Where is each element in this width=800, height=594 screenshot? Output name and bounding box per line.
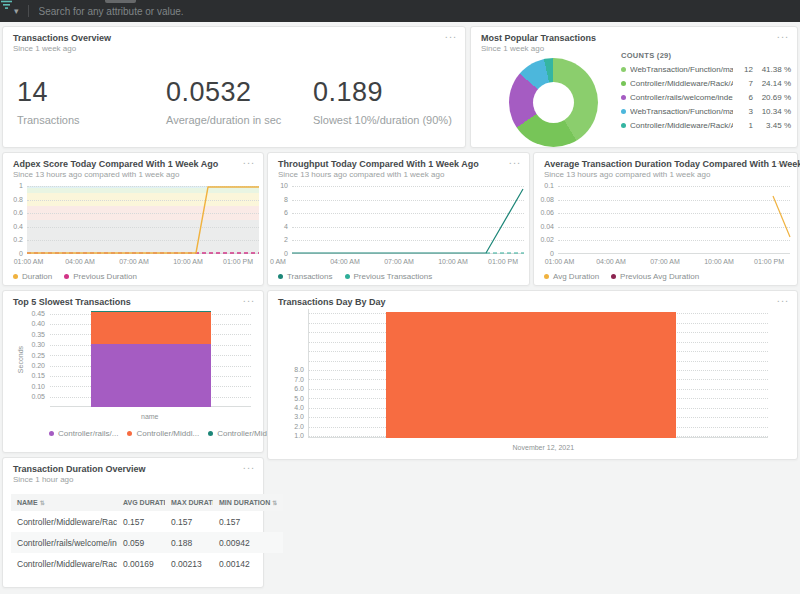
legend-label: Avg Duration bbox=[553, 272, 599, 281]
chart-legend: Avg Duration Previous Avg Duration bbox=[544, 272, 699, 281]
apdex-lines[interactable] bbox=[27, 186, 259, 254]
y-tick: 0 bbox=[270, 250, 288, 257]
panel-subtitle: Since 13 hours ago compared with 1 week … bbox=[13, 170, 179, 179]
bar-segment-orange[interactable] bbox=[91, 312, 211, 345]
panel-title: Throughput Today Compared With 1 Week Ag… bbox=[278, 159, 479, 169]
y-tick: 0.08 bbox=[536, 196, 554, 203]
donut-legend-item[interactable]: WebTransaction/Function/main:root 12 41.… bbox=[621, 63, 791, 75]
panel-menu-button[interactable]: ... bbox=[243, 153, 255, 167]
x-tick: 07:00 AM bbox=[384, 258, 414, 265]
y-tick: 1.0 bbox=[286, 432, 304, 439]
legend-name: Controller/rails/welcome/index bbox=[630, 93, 733, 102]
duration-line bbox=[27, 187, 259, 253]
legend-item[interactable]: Previous Duration bbox=[64, 272, 137, 281]
tab-notch bbox=[105, 0, 136, 3]
panel-subtitle: Since 13 hours ago compared with 1 week … bbox=[278, 170, 444, 179]
legend-item[interactable]: Controller/Middl... bbox=[127, 429, 199, 438]
legend-item[interactable]: Previous Transactions bbox=[345, 272, 433, 281]
y-axis-line bbox=[308, 309, 309, 438]
table-header-row: NAME⇅ AVG DURATION⇅ MAX DURATION⇅ MIN DU… bbox=[11, 494, 283, 511]
day-bar[interactable] bbox=[386, 312, 676, 438]
y-tick: 0.10 bbox=[27, 383, 45, 390]
throughput-lines[interactable] bbox=[292, 186, 524, 254]
table-row[interactable]: Controller/rails/welcome/index 0.059 0.1… bbox=[11, 532, 283, 553]
column-header-avg-duration[interactable]: AVG DURATION⇅ bbox=[117, 499, 165, 506]
legend-label: Transactions bbox=[287, 272, 333, 281]
panel-subtitle: Since 13 hours ago compared with 1 week … bbox=[544, 170, 710, 179]
legend-dot bbox=[64, 274, 69, 279]
legend-item[interactable]: Transactions bbox=[278, 272, 333, 281]
panel-subtitle: Since 1 hour ago bbox=[13, 475, 74, 484]
avg-duration-lines[interactable] bbox=[558, 186, 790, 254]
legend-count: 6 bbox=[737, 93, 753, 102]
panel-menu-button[interactable]: ... bbox=[445, 27, 457, 41]
panel-apdex-score: Adpex Score Today Compared With 1 Week A… bbox=[2, 152, 264, 286]
search-input[interactable] bbox=[37, 5, 441, 18]
y-tick: 0.1 bbox=[536, 182, 554, 189]
legend-dot bbox=[544, 274, 549, 279]
cell-avg: 0.00169 bbox=[117, 559, 165, 569]
panel-title: Most Popular Transactions bbox=[481, 33, 596, 43]
column-header-max-duration[interactable]: MAX DURATION⇅ bbox=[165, 499, 213, 506]
legend-item[interactable]: Previous Avg Duration bbox=[611, 272, 699, 281]
panel-menu-button[interactable]: ... bbox=[777, 27, 789, 41]
donut-legend-item[interactable]: WebTransaction/Function/main:feedpa... 3… bbox=[621, 105, 791, 117]
y-tick: 0.45 bbox=[27, 310, 45, 317]
panel-transactions-overview: Transactions Overview Since 1 week ago .… bbox=[2, 26, 466, 148]
chevron-down-icon[interactable]: ▾ bbox=[14, 6, 19, 16]
donut-legend-item[interactable]: Controller/rails/welcome/index 6 20.69 % bbox=[621, 91, 791, 103]
panel-title: Transaction Duration Overview bbox=[13, 464, 146, 474]
donut-legend-item[interactable]: Controller/Middleware/Rack/ActionDis... … bbox=[621, 119, 791, 131]
x-axis-label: name bbox=[141, 413, 159, 420]
panel-menu-button[interactable]: ... bbox=[509, 153, 521, 167]
legend-pct: 10.34 % bbox=[753, 107, 791, 116]
avg-duration-line bbox=[773, 196, 790, 237]
metric-avg-duration: 0.0532 Average/duration in sec bbox=[166, 77, 281, 126]
chart-legend: Controller/rails/... Controller/Middl...… bbox=[49, 429, 280, 438]
y-tick: 0.25 bbox=[27, 352, 45, 359]
x-tick: 10:00 AM bbox=[173, 258, 203, 265]
legend-label: Previous Duration bbox=[73, 272, 137, 281]
throughput-plot bbox=[292, 186, 524, 254]
table-row[interactable]: Controller/Middleware/Rack/ActionDis... … bbox=[11, 553, 283, 574]
y-tick: 1 bbox=[5, 182, 23, 189]
panel-top5-slowest: Top 5 Slowest Transactions ... Seconds 0… bbox=[2, 290, 264, 453]
apdex-plot bbox=[27, 186, 259, 254]
x-tick: 07:00 AM bbox=[650, 258, 680, 265]
metric-label: Slowest 10%/duration (90%) bbox=[313, 114, 452, 126]
legend-dot bbox=[621, 95, 626, 100]
column-header-min-duration[interactable]: MIN DURATION⇅ bbox=[213, 499, 277, 506]
sort-icon: ⇅ bbox=[40, 500, 45, 506]
sort-icon: ⇅ bbox=[272, 500, 277, 506]
y-tick: 0 bbox=[5, 250, 23, 257]
legend-count: 1 bbox=[737, 121, 753, 130]
legend-name: Controller/Middleware/Rack/ActionDis... bbox=[630, 121, 733, 130]
y-tick: 8 bbox=[270, 196, 288, 203]
donut-legend-item[interactable]: Controller/Middleware/Rack/ActionDis... … bbox=[621, 77, 791, 89]
legend-dot bbox=[621, 109, 626, 114]
panel-avg-transaction-duration: Average Transaction Duration Today Compa… bbox=[533, 152, 798, 286]
legend-pct: 41.38 % bbox=[753, 65, 791, 74]
panel-menu-button[interactable]: ... bbox=[243, 291, 255, 305]
legend-pct: 24.14 % bbox=[753, 79, 791, 88]
y-tick: 0 bbox=[536, 250, 554, 257]
panel-menu-button[interactable]: ... bbox=[777, 153, 789, 167]
x-tick: 01:00 PM bbox=[488, 258, 518, 265]
duration-table: NAME⇅ AVG DURATION⇅ MAX DURATION⇅ MIN DU… bbox=[11, 494, 283, 574]
y-tick: 0.02 bbox=[536, 236, 554, 243]
bar-segment-purple[interactable] bbox=[91, 344, 211, 407]
y-axis-label: Seconds bbox=[17, 346, 24, 373]
popular-donut[interactable] bbox=[509, 58, 598, 147]
y-tick: 2 bbox=[270, 236, 288, 243]
legend-label: Duration bbox=[22, 272, 52, 281]
table-row[interactable]: Controller/Middleware/Rack/ActionDis... … bbox=[11, 511, 283, 532]
legend-label: Controller/Middl... bbox=[136, 429, 199, 438]
x-tick: 01:00 PM bbox=[223, 258, 253, 265]
column-header-name[interactable]: NAME⇅ bbox=[11, 499, 117, 506]
legend-dot bbox=[208, 431, 213, 436]
panel-menu-button[interactable]: ... bbox=[777, 291, 789, 305]
legend-item[interactable]: Avg Duration bbox=[544, 272, 599, 281]
legend-item[interactable]: Controller/rails/... bbox=[49, 429, 118, 438]
panel-menu-button[interactable]: ... bbox=[243, 458, 255, 472]
legend-item[interactable]: Duration bbox=[13, 272, 52, 281]
